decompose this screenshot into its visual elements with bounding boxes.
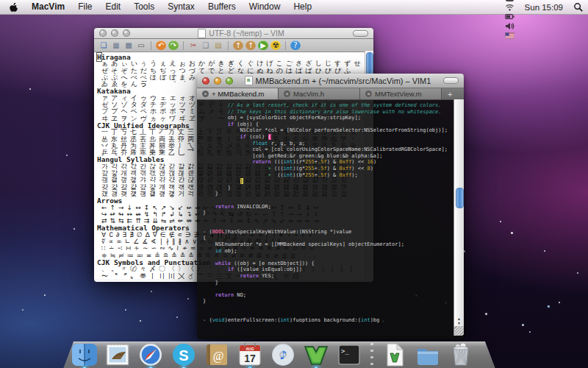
cut-icon[interactable]: ✂	[188, 40, 198, 50]
code-line: }	[203, 280, 464, 286]
tab-close-icon[interactable]: ×	[202, 91, 209, 97]
dock-item-macvim-document[interactable]	[381, 338, 409, 368]
tab-close-icon[interactable]: ×	[284, 91, 290, 97]
dock-item-mail[interactable]	[104, 338, 132, 368]
menu-tools[interactable]: Tools	[127, 1, 161, 12]
scrollbar-arrows[interactable]: ▲▼	[454, 316, 464, 325]
tab-label: MMTextView.m	[375, 90, 422, 98]
code-line: }	[203, 185, 464, 191]
code-line: }	[203, 298, 464, 305]
dock-item-terminal[interactable]: >_	[335, 338, 363, 368]
menu-buffers[interactable]: Buffers	[201, 1, 243, 12]
toolbar-separator	[228, 41, 229, 50]
code-line: while ((obj = [e nextObject])) {	[203, 261, 464, 267]
code-line	[203, 222, 464, 229]
load-session-icon[interactable]: ↑	[233, 40, 243, 50]
save-icon[interactable]: ▦	[111, 40, 121, 50]
dock-item-macvim[interactable]	[302, 338, 330, 368]
dock-item-addressbook[interactable]: @	[203, 338, 231, 368]
zoom-button[interactable]	[226, 77, 233, 85]
code-line: + (((int)(g*255+.5f) & 0xff) << 8)	[203, 166, 464, 172]
code-line: float r, g, b, a;	[203, 141, 464, 147]
volume-icon[interactable]	[501, 21, 519, 31]
svg-text:@: @	[213, 350, 224, 363]
dock-item-skype[interactable]: S	[170, 338, 198, 368]
dock-item-trash[interactable]	[447, 338, 475, 368]
dock-item-folder[interactable]	[414, 338, 442, 368]
svg-text:S: S	[179, 347, 188, 364]
minimize-button[interactable]	[111, 29, 118, 37]
dock-item-ical[interactable]: AUG17	[236, 338, 264, 368]
code-line	[203, 216, 464, 223]
dock-item-finder[interactable]	[71, 338, 98, 368]
code-buffer[interactable]: // As a last resort, check if it is one …	[197, 100, 464, 339]
menu-macvim[interactable]: MacVim	[25, 1, 71, 12]
document-proxy-icon[interactable]	[198, 29, 206, 38]
run-script-icon[interactable]: ▶	[258, 40, 268, 50]
save-all-icon[interactable]: ▩	[123, 40, 134, 50]
menu-syntax[interactable]: Syntax	[161, 1, 201, 12]
toolbar-separator	[183, 41, 184, 50]
code-line: if ([value isEqual:obj])	[203, 266, 464, 273]
wifi-icon[interactable]	[501, 2, 519, 12]
toolbar-toggle-pill[interactable]	[353, 30, 368, 37]
toolbar-toggle-pill[interactable]	[443, 77, 459, 84]
document-proxy-icon[interactable]: m	[245, 76, 253, 85]
code-line	[203, 254, 464, 261]
battery-icon[interactable]	[501, 12, 519, 21]
dock-item-safari[interactable]	[137, 338, 165, 368]
menu-bar-clock[interactable]: Sun 15:09	[519, 3, 569, 12]
tab-label: MacVim.h	[293, 90, 324, 98]
redo-icon[interactable]: ↷	[168, 40, 179, 50]
tab-label: + MMBackend.m	[212, 90, 265, 98]
back-window-titlebar[interactable]: UTF-8 (~/temp) – VIM	[94, 28, 373, 39]
dock-item-itunes[interactable]: ♪	[269, 338, 297, 368]
open-document-icon[interactable]: ❏	[98, 40, 109, 50]
front-vim-window[interactable]: m MMBackend.m + (~/macvim/src/MacVim) – …	[197, 74, 464, 336]
svg-text:AUG: AUG	[245, 347, 254, 351]
tab--mmbackend-m[interactable]: ×+ MMBackend.m	[197, 88, 279, 99]
close-button[interactable]	[99, 29, 107, 37]
code-line: // The keys in this dictionary are also …	[203, 109, 464, 116]
tab-macvim-h[interactable]: ×MacVim.h	[279, 88, 360, 99]
paste-icon[interactable]: ▤	[213, 40, 223, 50]
code-line: [col getRed:&r green:&g blue:&b alpha:&a…	[203, 153, 464, 160]
make-icon[interactable]: ☢	[270, 40, 281, 50]
menu-help[interactable]: Help	[287, 1, 318, 12]
print-icon[interactable]: ▭	[136, 40, 146, 50]
code-line: {	[203, 235, 464, 241]
menu-window[interactable]: Window	[243, 1, 287, 12]
input-source-flag-icon[interactable]	[501, 31, 519, 40]
charmap-section-header: Hiragana	[97, 54, 373, 60]
tab-close-icon[interactable]: ×	[365, 91, 372, 97]
code-line: id obj;	[203, 248, 464, 255]
menu-bar-menus: MacVimFileEditToolsSyntaxBuffersWindowHe…	[0, 0, 318, 14]
undo-icon[interactable]: ↶	[156, 40, 166, 50]
svg-text:♪: ♪	[279, 348, 287, 362]
front-window-titlebar[interactable]: m MMBackend.m + (~/macvim/src/MacVim) – …	[197, 74, 464, 88]
code-line: obj = [sysColorDict objectForKey:stripKe…	[203, 115, 464, 121]
tab-mmtextview-m[interactable]: ×MMTextView.m	[360, 88, 442, 99]
spotlight-icon[interactable]	[569, 2, 588, 13]
code-line: return YES;	[203, 273, 464, 280]
new-tab-button[interactable]: +	[442, 88, 458, 99]
menu-edit[interactable]: Edit	[98, 1, 127, 12]
desktop: MacVimFileEditToolsSyntaxBuffersWindowHe…	[0, 0, 588, 368]
code-line: // As a last resort, check if it is one …	[203, 102, 464, 109]
menu-bar-status-area: Sun 15:09	[501, 0, 588, 14]
apple-menu-icon[interactable]	[0, 2, 25, 13]
code-line: + ((int)(b*255+.5f) & 0xff);	[203, 172, 464, 179]
front-scrollbar-thumb[interactable]	[456, 188, 464, 208]
code-line: }	[203, 178, 464, 185]
zoom-button[interactable]	[123, 29, 130, 37]
front-window-scrollbar[interactable]: ▲▼	[453, 99, 464, 336]
close-button[interactable]	[202, 77, 209, 85]
save-session-icon[interactable]: ↑	[245, 40, 256, 50]
copy-icon[interactable]: ❑	[201, 40, 211, 50]
code-line: }	[203, 191, 464, 197]
minimize-button[interactable]	[214, 77, 221, 85]
code-line	[203, 305, 464, 311]
menu-file[interactable]: File	[71, 1, 98, 12]
charmap-row: ぁあぃいぅうぇえぉおかがきぎくぐけげこごさざしじすずせ	[97, 60, 373, 67]
help-icon[interactable]: ?	[290, 40, 301, 50]
